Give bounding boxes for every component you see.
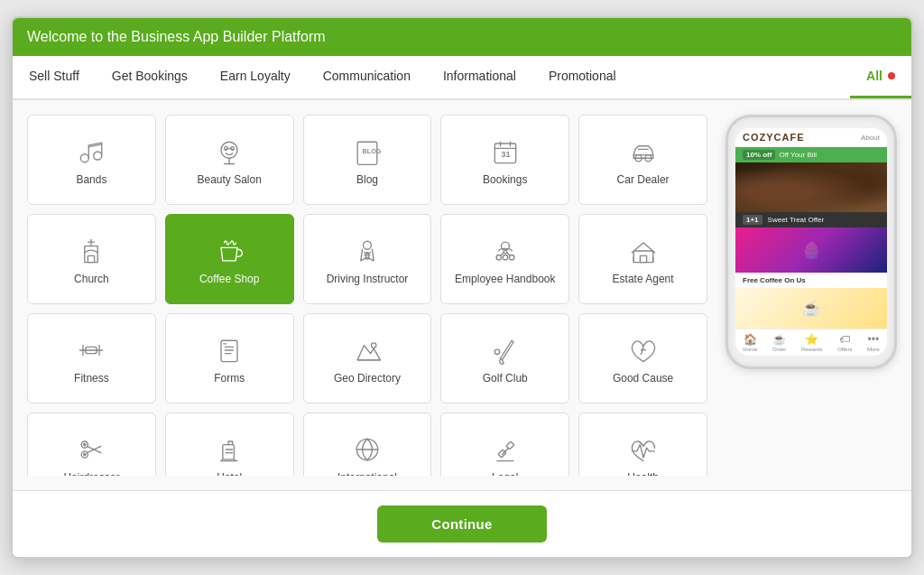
phone-nav-home[interactable]: 🏠 Home [743,333,757,352]
phone-nav-order[interactable]: ☕ Order [772,333,786,352]
template-beauty-salon[interactable]: Beauty Salon [165,115,294,205]
tab-communication[interactable]: Communication [307,56,427,98]
template-bands[interactable]: Bands [27,115,156,205]
phone-nav-more-label: More [867,347,880,352]
phone-preview: COZYCAFE About 10% off Off Your Bill [725,115,897,476]
main-content: Bands Beauty Salon [13,100,911,490]
phone-nav-rewards[interactable]: ⭐ Rewards [801,333,823,352]
coffee-shop-label: Coffee Shop [199,273,260,287]
template-bookings[interactable]: 31 Bookings [440,115,569,205]
template-scissors[interactable]: Hairdresser [27,413,156,476]
car-dealer-label: Car Dealer [617,173,670,188]
template-globe[interactable]: International [303,413,432,476]
blog-label: Blog [356,173,378,188]
more-icon: ••• [868,333,880,346]
window-title: Welcome to the Business App Builder Plat… [27,29,326,44]
good-cause-label: Good Cause [613,372,673,386]
svg-point-2 [225,147,228,151]
employee-handbook-label: Employee Handbook [455,273,555,287]
coffee-image [735,162,887,212]
template-legal[interactable]: Legal [440,413,569,476]
svg-rect-19 [640,256,646,263]
template-coffee-shop[interactable]: Coffee Shop [165,214,294,304]
template-health[interactable]: Health [578,413,707,476]
deal-text: Sweet Treat Offer [768,216,825,224]
svg-point-11 [363,241,371,249]
legal-label: Legal [492,471,518,476]
template-grid-scroll[interactable]: Bands Beauty Salon [27,115,711,476]
home-icon: 🏠 [744,333,757,346]
app-window: Welcome to the Business App Builder Plat… [11,16,913,559]
tab-bar: Sell Stuff Get Bookings Earn Loyalty Com… [13,56,911,100]
estate-agent-label: Estate Agent [613,273,674,287]
tab-get-bookings[interactable]: Get Bookings [96,56,204,98]
order-icon: ☕ [772,333,786,346]
svg-point-27 [83,453,87,457]
deal-badge: 1+1 [743,215,762,225]
template-hotel[interactable]: Hotel [165,413,294,476]
phone-about: About [861,134,880,142]
svg-point-15 [503,255,507,260]
phone-nav-rewards-label: Rewards [801,347,823,352]
svg-rect-18 [633,251,653,263]
svg-rect-10 [88,256,95,263]
template-forms[interactable]: Forms [165,313,294,403]
promo-text: Off Your Bill [779,151,817,159]
phone-nav-offers-label: Offers [837,347,852,352]
hotel-label: Hotel [217,471,242,476]
tab-sell-stuff[interactable]: Sell Stuff [13,56,96,98]
offers-icon: 🏷 [839,333,850,346]
phone-nav: 🏠 Home ☕ Order ⭐ Rewards 🏷 [735,329,887,356]
svg-text:BLOG: BLOG [363,147,382,155]
svg-point-26 [83,443,87,447]
golf-club-label: Golf Club [483,372,528,386]
fitness-label: Fitness [74,372,109,386]
phone-header: COZYCAFE About [735,128,887,147]
tab-promotional[interactable]: Promotional [532,56,633,98]
promo-banner: 10% off Off Your Bill [735,147,887,162]
tab-informational[interactable]: Informational [427,56,532,98]
svg-text:31: 31 [501,151,510,160]
coffee-beans-bg [735,162,887,212]
free-offer-text: Free Coffee On Us [743,276,806,284]
template-good-cause[interactable]: Good Cause [578,313,707,403]
title-bar: Welcome to the Business App Builder Plat… [13,18,911,56]
continue-button[interactable]: Continue [377,505,546,543]
svg-point-22 [371,343,375,348]
scissors-label: Hairdresser [63,471,119,476]
phone-nav-offers[interactable]: 🏷 Offers [837,333,852,352]
phone-app-title: COZYCAFE [743,132,805,143]
promo-tag: 10% off [743,150,775,160]
cupcake-image: 🧁 [735,227,887,273]
tab-earn-loyalty[interactable]: Earn Loyalty [204,56,307,98]
template-driving-instructor[interactable]: Driving Instructor [303,214,432,304]
template-blog[interactable]: BLOG Blog [303,115,432,205]
geo-directory-label: Geo Directory [334,372,401,386]
free-coffee-row: Free Coffee On Us [735,273,887,288]
footer-area: Continue [13,490,911,557]
svg-point-1 [94,152,102,160]
svg-point-17 [504,250,507,254]
driving-instructor-label: Driving Instructor [327,273,409,287]
template-estate-agent[interactable]: Estate Agent [578,214,707,304]
template-church[interactable]: Church [27,214,156,304]
tab-all[interactable]: All [850,56,911,98]
svg-point-3 [231,147,235,151]
globe-label: International [337,471,397,476]
phone-frame: COZYCAFE About 10% off Off Your Bill [725,115,897,369]
bands-label: Bands [76,173,106,188]
latte-image: ☕ [735,288,887,329]
phone-nav-more[interactable]: ••• More [867,333,880,352]
health-label: Health [627,471,659,476]
rewards-icon: ⭐ [805,333,818,346]
beauty-salon-label: Beauty Salon [198,173,262,188]
template-fitness[interactable]: Fitness [27,313,156,403]
template-geo-directory[interactable]: Geo Directory [303,313,432,403]
phone-screen: COZYCAFE About 10% off Off Your Bill [735,128,887,356]
template-employee-handbook[interactable]: Employee Handbook [440,214,569,304]
notification-dot [888,72,895,79]
template-car-dealer[interactable]: Car Dealer [578,115,707,205]
phone-nav-home-label: Home [743,347,757,352]
template-golf-club[interactable]: Golf Club [440,313,569,403]
svg-point-23 [494,349,499,354]
